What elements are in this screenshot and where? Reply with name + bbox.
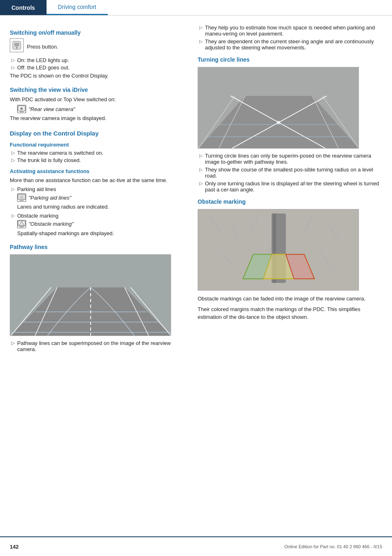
svg-rect-6	[20, 111, 24, 112]
they-help-bullet: ▷ They help you to estimate how much spa…	[198, 24, 382, 37]
pathway-image	[10, 254, 171, 336]
bullet-arrow-4: ▷	[11, 213, 15, 218]
obstacle-icon-row: "Obstacle marking"	[10, 220, 185, 228]
parking-aid-icon-row: "Parking aid lines"	[10, 193, 185, 202]
trunk-lid-text: The trunk lid is fully closed.	[17, 157, 81, 163]
bullet-arrow-on: ▷	[11, 58, 15, 63]
tab-controls[interactable]: Controls	[0, 0, 47, 15]
turning-b2: ▷ They show the course of the smallest p…	[198, 167, 382, 179]
more-than-one-text: More than one assistance function can be…	[10, 176, 185, 185]
bullet-arrow-3: ▷	[11, 187, 15, 192]
off-text: Off: the LED goes out.	[17, 64, 69, 71]
display-heading: Display on the Control Display	[10, 130, 185, 137]
spatially-shaped-text: Spatially-shaped markings are displayed.	[17, 229, 185, 238]
parking-aid-label: Parking aid lines	[17, 186, 56, 192]
svg-point-2	[16, 47, 18, 49]
parking-aid-icon	[17, 193, 26, 202]
rearview-displayed: The rearview camera image is displayed.	[10, 114, 185, 122]
rear-view-icon-label: "Rear view camera"	[29, 106, 75, 112]
press-button-row: Press button.	[10, 38, 185, 55]
lanes-turning-indent: Lanes and turning radius are indicated.	[10, 203, 185, 211]
svg-rect-11	[20, 200, 24, 201]
pathway-bullet: ▷ Pathway lines can be superimposed on t…	[10, 340, 185, 352]
right-column: ▷ They help you to estimate how much spa…	[198, 23, 382, 354]
rearview-on-bullet: ▷ The rearview camera is switched on.	[10, 150, 185, 156]
turning-circle-heading: Turning circle lines	[198, 56, 382, 63]
switching-view-heading: Switching the view via iDrive	[10, 87, 185, 93]
obstacle-marking-p1: Obstacle markings can be faded into the …	[198, 295, 382, 303]
page-number: 142	[10, 544, 19, 550]
parking-aid-bullet: ▷ Parking aid lines	[10, 186, 185, 192]
bullet-arrow-5: ▷	[11, 340, 15, 346]
turning-b1-text: Turning circle lines can only be superim…	[205, 153, 382, 165]
they-help-text: They help you to estimate how much space…	[205, 24, 382, 37]
header: Controls Driving comfort	[0, 0, 392, 16]
rear-view-icon-row: R "Rear view camera"	[10, 105, 185, 113]
bullet-arrow-off: ▷	[11, 65, 15, 70]
pathway-heading: Pathway lines	[10, 244, 185, 250]
left-column: Switching on/off manually Press button. …	[10, 23, 185, 354]
tab-driving-comfort[interactable]: Driving comfort	[47, 0, 108, 15]
turning-b3: ▷ Only one turning radius line is displa…	[198, 180, 382, 193]
driving-comfort-tab-label: Driving comfort	[58, 4, 96, 10]
obstacle-marking-bullet: ▷ Obstacle marking	[10, 213, 185, 219]
parking-aid-icon-label: "Parking aid lines"	[29, 195, 71, 201]
controls-tab-label: Controls	[11, 4, 35, 11]
activating-heading: Activating assistance functions	[10, 168, 185, 174]
turning-circle-image	[198, 67, 359, 149]
spatially-shaped-indent: Spatially-shaped markings are displayed.	[10, 229, 185, 238]
svg-text:R: R	[20, 107, 23, 111]
on-bullet: ▷ On: the LED lights up.	[10, 57, 185, 63]
obstacle-marking-image	[198, 209, 359, 291]
svg-rect-1	[14, 43, 19, 46]
rearview-on-text: The rearview camera is switched on.	[17, 150, 103, 156]
on-text: On: the LED lights up.	[17, 57, 69, 63]
turning-b2-text: They show the course of the smallest pos…	[205, 167, 382, 179]
footer-text: Online Edition for Part no. 01 40 2 960 …	[284, 544, 382, 549]
main-content: Switching on/off manually Press button. …	[0, 16, 392, 378]
bullet-arrow-r5: ▷	[199, 181, 203, 186]
functional-req-heading: Functional requirement	[10, 142, 185, 148]
bullet-arrow-r1: ▷	[199, 25, 203, 30]
press-button-text: Press button.	[27, 44, 58, 50]
off-bullet: ▷ Off: the LED goes out.	[10, 64, 185, 71]
bullet-arrow-r4: ▷	[199, 167, 203, 172]
pdc-shown-text: The PDC is shown on the Control Display.	[10, 72, 185, 80]
pathway-bullet-text: Pathway lines can be superimposed on the…	[17, 340, 185, 352]
bullet-arrow-1: ▷	[11, 150, 15, 156]
obstacle-marking-label: Obstacle marking	[17, 213, 58, 219]
with-pdc-text: With PDC activated or Top View switched …	[10, 96, 185, 104]
they-dependent-text: They are dependent on the current steer-…	[205, 38, 382, 51]
switching-on-off-heading: Switching on/off manually	[10, 29, 185, 36]
obstacle-icon	[17, 220, 26, 228]
footer: 142 Online Edition for Part no. 01 40 2 …	[0, 536, 392, 556]
obstacle-marking-heading: Obstacle marking	[198, 198, 382, 205]
trunk-lid-bullet: ▷ The trunk lid is fully closed.	[10, 157, 185, 163]
bullet-arrow-2: ▷	[11, 158, 15, 163]
lanes-turning-text: Lanes and turning radius are indicated.	[17, 203, 185, 211]
pdc-button-icon	[10, 38, 24, 52]
bullet-arrow-r2: ▷	[199, 39, 203, 44]
svg-rect-14	[20, 226, 24, 227]
they-dependent-bullet: ▷ They are dependent on the current stee…	[198, 38, 382, 51]
obstacle-icon-label: "Obstacle marking"	[29, 221, 74, 227]
obstacle-marking-p2: Their colored margins match the markings…	[198, 305, 382, 321]
turning-b1: ▷ Turning circle lines can only be super…	[198, 153, 382, 165]
svg-point-33	[277, 121, 280, 124]
bullet-arrow-r3: ▷	[199, 153, 203, 158]
rear-view-icon: R	[17, 105, 26, 113]
turning-b3-text: Only one turning radius line is displaye…	[205, 180, 382, 193]
